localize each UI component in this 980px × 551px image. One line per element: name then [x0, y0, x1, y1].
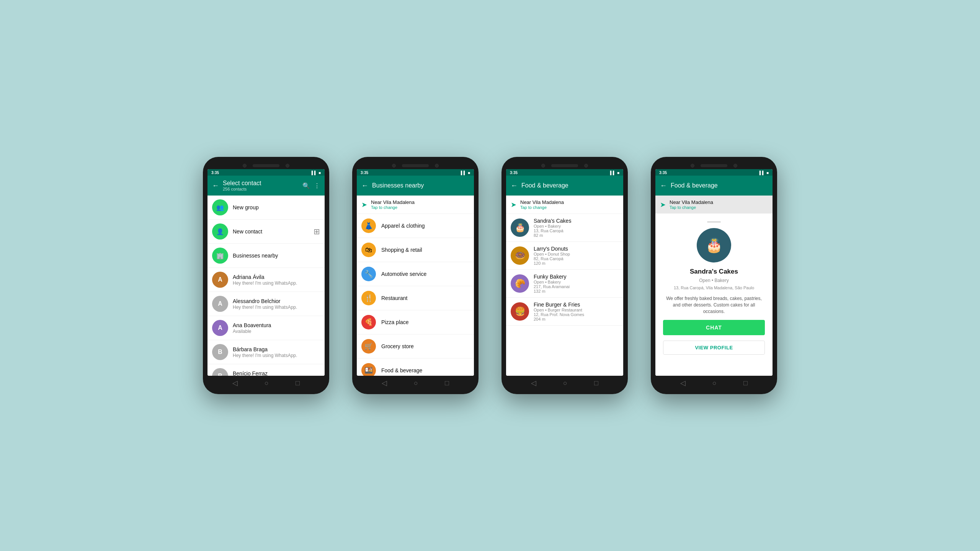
automotive-label: Automotive service [381, 271, 426, 277]
contact-list-1: 👥 New group 👤 New contact ⊞ 🏢 [207, 196, 325, 376]
camera-1 [243, 164, 247, 168]
location-bar-2[interactable]: ➤ Near Vila Madalena Tap to change [357, 196, 474, 214]
time-3: 3:35 [510, 171, 518, 175]
category-food[interactable]: 🍱 Food & beverage [357, 359, 474, 376]
nav-back-3[interactable]: ◁ [531, 379, 536, 387]
status-alessandro: Hey there! I'm using WhatsApp. [233, 305, 320, 310]
category-shopping[interactable]: 🛍 Shopping & retail [357, 238, 474, 262]
nav-recent-2[interactable]: □ [445, 379, 449, 387]
category-restaurant[interactable]: 🍴 Restaurant [357, 286, 474, 310]
biz-type-funky: Open • Bakery [534, 280, 619, 284]
app-bar-title-2: Businesses nearby [372, 182, 469, 189]
biz-avatar-sandras: 🎂 [511, 218, 529, 237]
app-bar-title-3: Food & beverage [521, 182, 619, 189]
businesses-nearby-info: Businesses nearby [233, 253, 320, 259]
location-tap-2: Tap to change [371, 205, 469, 210]
status-adriana: Hey there! I'm using WhatsApp. [233, 280, 320, 286]
category-grocery[interactable]: 🛒 Grocery store [357, 334, 474, 359]
nav-recent-1[interactable]: □ [296, 379, 300, 387]
qr-icon[interactable]: ⊞ [314, 227, 320, 236]
camera-6 [584, 164, 588, 168]
location-info-2: Near Vila Madalena Tap to change [371, 199, 469, 210]
grocery-label: Grocery store [381, 343, 414, 349]
biz-sandras[interactable]: 🎂 Sandra's Cakes Open • Bakery 13, Rua C… [506, 214, 623, 242]
nav-back-1[interactable]: ◁ [232, 379, 238, 387]
phone-body-1: 3:35 ▌▌ ■ ← Select contact 256 contacts … [203, 157, 329, 394]
nav-home-4[interactable]: ○ [712, 379, 717, 387]
nav-back-4[interactable]: ◁ [680, 379, 686, 387]
nav-home-2[interactable]: ○ [414, 379, 418, 387]
profile-addr: 13, Rua Caropá, Vila Madalena, São Paulo [674, 285, 754, 290]
biz-name-fineburguer: Fine Burger & Fries [534, 302, 619, 308]
profile-card: 🎂 Sandra's Cakes Open • Bakery 13, Rua C… [655, 214, 773, 361]
nav-bar-2: ◁ ○ □ [357, 376, 474, 390]
phone-body-2: 3:35 ▌▌ ■ ← Businesses nearby ➤ Near Vil… [352, 157, 479, 394]
biz-dist-sandras: 82 m [534, 233, 619, 238]
search-icon-1[interactable]: 🔍 [302, 182, 310, 189]
contact-alessandro[interactable]: A Alessandro Belchior Hey there! I'm usi… [207, 292, 325, 316]
more-icon-1[interactable]: ⋮ [314, 182, 320, 189]
new-group-item[interactable]: 👥 New group [207, 196, 325, 220]
battery-3: ■ [617, 171, 619, 175]
biz-dist-funky: 132 m [534, 289, 619, 293]
chat-button[interactable]: CHAT [663, 320, 765, 335]
biz-addr-larrys: 82, Rua Caropá [534, 256, 619, 261]
avatar-alessandro: A [212, 296, 228, 312]
app-bar-title-4: Food & beverage [671, 182, 768, 189]
businesses-nearby-item[interactable]: 🏢 Businesses nearby [207, 244, 325, 268]
phone-3: 3:35 ▌▌ ■ ← Food & beverage ➤ Near Vila … [501, 157, 628, 394]
app-bar-subtitle-1: 256 contacts [223, 187, 299, 191]
contact-benicio[interactable]: B Benício Ferraz Disponível [207, 364, 325, 376]
nav-bar-3: ◁ ○ □ [506, 376, 623, 390]
food-label: Food & beverage [381, 367, 422, 373]
phone-top-3 [506, 161, 623, 169]
back-icon-2[interactable]: ← [361, 182, 368, 190]
location-bar-3[interactable]: ➤ Near Vila Madalena Tap to change [506, 196, 623, 214]
back-icon-1[interactable]: ← [212, 182, 219, 190]
phone-2: 3:35 ▌▌ ■ ← Businesses nearby ➤ Near Vil… [352, 157, 479, 394]
profile-avatar: 🎂 [697, 228, 731, 262]
shopping-label: Shopping & retail [381, 247, 422, 253]
name-alessandro: Alessandro Belchior [233, 298, 320, 304]
grocery-icon: 🛒 [361, 339, 376, 354]
screen-1: 3:35 ▌▌ ■ ← Select contact 256 contacts … [207, 169, 325, 376]
nav-recent-4[interactable]: □ [743, 379, 748, 387]
businesses-content: ➤ Near Vila Madalena Tap to change 👗 App… [357, 196, 474, 376]
biz-addr-sandras: 13, Rua Caropá [534, 228, 619, 233]
pizza-icon: 🍕 [361, 315, 376, 329]
nav-home-1[interactable]: ○ [265, 379, 269, 387]
time-1: 3:35 [211, 171, 219, 175]
contact-ana[interactable]: A Ana Boaventura Available [207, 316, 325, 340]
contact-adriana[interactable]: A Adriana Ávila Hey there! I'm using Wha… [207, 268, 325, 292]
biz-larrys[interactable]: 🍩 Larry's Donuts Open • Donut Shop 82, R… [506, 242, 623, 270]
avatar-barbara: B [212, 344, 228, 360]
contact-barbara[interactable]: B Bárbara Braga Hey there! I'm using Wha… [207, 340, 325, 364]
status-right-4: ▌▌ ■ [760, 171, 769, 175]
avatar-adriana: A [212, 272, 228, 288]
biz-info-larrys: Larry's Donuts Open • Donut Shop 82, Rua… [534, 246, 619, 266]
automotive-icon: 🔧 [361, 267, 376, 281]
category-automotive[interactable]: 🔧 Automotive service [357, 262, 474, 286]
biz-funky[interactable]: 🥐 Funky Bakery Open • Bakery 217, Rua Ar… [506, 270, 623, 298]
nav-back-2[interactable]: ◁ [382, 379, 387, 387]
camera-7 [691, 164, 694, 168]
back-icon-4[interactable]: ← [660, 182, 667, 190]
category-apparel[interactable]: 👗 Apparel & clothing [357, 214, 474, 238]
biz-name-sandras: Sandra's Cakes [534, 218, 619, 224]
info-barbara: Bárbara Braga Hey there! I'm using Whats… [233, 346, 320, 358]
biz-type-fineburguer: Open • Burger Restaurant [534, 308, 619, 312]
phone-body-4: 3:35 ▌▌ ■ ← Food & beverage ➤ Near Vila … [651, 157, 777, 394]
category-pizza[interactable]: 🍕 Pizza place [357, 310, 474, 334]
location-name-3: Near Vila Madalena [520, 199, 619, 205]
back-icon-3[interactable]: ← [511, 182, 518, 190]
phone-top-2 [357, 161, 474, 169]
new-group-label: New group [233, 204, 320, 210]
profile-location-bar[interactable]: ➤ Near Vila Madalena Tap to change [655, 196, 773, 214]
biz-fineburguer[interactable]: 🍔 Fine Burger & Fries Open • Burger Rest… [506, 298, 623, 326]
nav-recent-3[interactable]: □ [594, 379, 598, 387]
profile-desc: We offer freshly baked breads, cakes, pa… [663, 295, 765, 315]
view-profile-button[interactable]: VIEW PROFILE [663, 341, 765, 355]
nav-home-3[interactable]: ○ [563, 379, 567, 387]
biz-name-funky: Funky Bakery [534, 274, 619, 280]
new-contact-item[interactable]: 👤 New contact ⊞ [207, 220, 325, 244]
